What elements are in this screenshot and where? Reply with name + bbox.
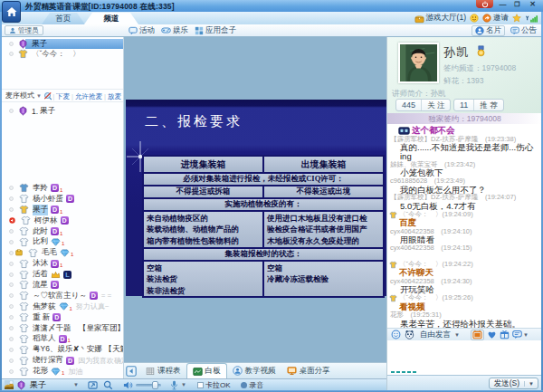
- member-name: 重 新: [33, 312, 50, 323]
- member-row[interactable]: 流星D: [2, 280, 123, 291]
- chat-mode-select[interactable]: 自由发言: [420, 330, 451, 340]
- tab-schedule[interactable]: 课程表: [140, 363, 186, 378]
- activity-button[interactable]: 活动: [129, 25, 155, 36]
- emotion-icon[interactable]: [470, 14, 479, 23]
- member-list: 李羚D1 杨小虾蛋D 果子D1 柯伊林D 此时D1 比利1 毛毛1 沐沐D1 活…: [2, 183, 123, 377]
- mic-down-link[interactable]: 下麦: [56, 92, 70, 101]
- mic-second-row[interactable]: 〈ˇ今今： 〉: [2, 49, 123, 59]
- microphone-icon[interactable]: [169, 380, 179, 390]
- chat-input[interactable]: [387, 340, 541, 375]
- tab-desktop-share[interactable]: 桌面分享: [281, 363, 336, 378]
- vest-icon: [21, 215, 31, 225]
- d-badge: D: [51, 281, 59, 289]
- message-settings-caret-icon[interactable]: ▼: [523, 332, 529, 338]
- member-row[interactable]: 花形1加油: [2, 366, 123, 377]
- quick-bar: 游戏大厅(1) 邀请: [414, 12, 538, 24]
- member-row[interactable]: 果子D1: [2, 205, 123, 215]
- card-button[interactable]: 名片: [472, 25, 505, 36]
- close-button[interactable]: ✕: [527, 0, 538, 9]
- emoticon-icon[interactable]: [391, 330, 401, 339]
- member-signature: = =: [101, 292, 112, 300]
- member-row[interactable]: 重 新D: [2, 312, 123, 323]
- member-row[interactable]: 杨小虾蛋D: [2, 194, 123, 205]
- member-row[interactable]: 稻草人D1: [2, 333, 123, 344]
- schedule-icon: [146, 367, 155, 376]
- table-cell: 空箱 冷藏冷冻运载检验: [263, 261, 384, 297]
- send-caret-icon[interactable]: ▼: [524, 381, 538, 387]
- member-row[interactable]: 粤Y6、娱乐✘丶安娜 【天籁歌手】: [2, 344, 123, 355]
- member-row[interactable]: 比利1: [2, 236, 123, 247]
- search-icon[interactable]: [103, 380, 113, 390]
- collapse-panel-icon[interactable]: [126, 366, 137, 377]
- message-settings-icon[interactable]: [512, 330, 522, 339]
- activity-label: 活动: [139, 25, 155, 36]
- video-request-button[interactable]: [471, 330, 484, 340]
- sticker-icon[interactable]: [405, 330, 414, 339]
- home-button[interactable]: [2, 1, 21, 23]
- allow-grab-mic-link[interactable]: 允许抢麦: [75, 92, 102, 101]
- recommend-button[interactable]: 11 推 荐: [453, 99, 504, 111]
- volume-thumb[interactable]: [152, 381, 158, 389]
- share-icon[interactable]: [482, 14, 491, 23]
- member-row[interactable]: 沐沐D1: [2, 258, 123, 269]
- mic-caret-icon[interactable]: ▼: [181, 382, 186, 387]
- release-mic-link[interactable]: 放麦: [108, 92, 121, 101]
- slide-title: 二、报检要求: [145, 113, 243, 130]
- maximize-button[interactable]: ❐: [511, 0, 523, 9]
- member-row[interactable]: 毛毛1: [2, 247, 123, 258]
- mic-mode-caret-icon[interactable]: ▼: [36, 93, 42, 99]
- appbox-button[interactable]: 应用盒子: [195, 25, 236, 36]
- tab-whiteboard-label: 白板: [205, 366, 221, 377]
- tab-desktop-share-label: 桌面分享: [300, 366, 330, 377]
- mic-owner-row[interactable]: 果子: [2, 39, 123, 49]
- my-avatar[interactable]: [5, 380, 14, 389]
- mic-queue-row[interactable]: 1. 果子: [2, 106, 123, 116]
- record-dot-icon[interactable]: [241, 382, 247, 388]
- card-label: 名片: [486, 25, 501, 36]
- slide: 二、报检要求 进境集装箱 出境集装箱 必须对集装箱进行报检，未经报检或CIQ许可…: [126, 100, 386, 296]
- member-row[interactable]: 李羚D1: [2, 183, 123, 194]
- exclusive-banner: 独家签约：19794008: [387, 113, 541, 124]
- speaker-icon[interactable]: [123, 380, 133, 390]
- member-row[interactable]: 活着L: [2, 269, 123, 280]
- gold-vest-icon: [389, 261, 397, 269]
- mic-mode-label[interactable]: 麦序模式: [5, 91, 34, 100]
- nickname-caret-icon[interactable]: ▼: [73, 382, 79, 387]
- mic-mode-icon[interactable]: [43, 91, 52, 100]
- favorite-star-icon[interactable]: [512, 14, 521, 23]
- voice-dot-icon: [9, 196, 14, 201]
- volume-slider[interactable]: [136, 384, 161, 387]
- minimize-button[interactable]: —: [497, 0, 509, 9]
- screenshot-icon[interactable]: [88, 380, 98, 390]
- heart-icon[interactable]: [487, 330, 497, 339]
- invite-label[interactable]: 邀请: [493, 13, 509, 24]
- follow-button[interactable]: 445 关 注: [395, 99, 451, 111]
- member-row[interactable]: 此时D1: [2, 226, 123, 237]
- teacher-avatar[interactable]: [398, 43, 439, 83]
- tab-channel[interactable]: 频道: [84, 13, 138, 24]
- member-row[interactable]: 焦梦荻1努力认真~: [2, 301, 123, 312]
- notice-button[interactable]: 公告: [509, 25, 538, 36]
- member-row[interactable]: 柯伊林D: [2, 215, 123, 226]
- admin-button[interactable]: 管理员: [5, 25, 43, 35]
- member-row[interactable]: 绕行深宵D因为我喜欢确定无疑: [2, 355, 123, 366]
- tab-home[interactable]: 首页: [42, 13, 85, 24]
- gift-icon[interactable]: [500, 330, 510, 339]
- vest-icon: [19, 367, 29, 377]
- entertainment-button[interactable]: 娱乐: [161, 25, 188, 36]
- member-row[interactable]: 潇潇〆千题 【皇家军团】1: [2, 323, 123, 334]
- tab-whiteboard[interactable]: 白板: [186, 363, 227, 378]
- chat-mode-caret-icon[interactable]: ▼: [454, 332, 460, 338]
- member-row[interactable]: ～♡软富主り～D= =: [2, 291, 123, 301]
- flowers-count: 鲜花：1393: [443, 76, 483, 87]
- vest-icon: [19, 312, 29, 322]
- whiteboard-area[interactable]: 二、报检要求 进境集装箱 出境集装箱 必须对集装箱进行报检，未经报检或CIQ许可…: [124, 37, 386, 362]
- send-button[interactable]: 发送(S) ▼: [489, 378, 538, 389]
- table-cell: 不得装运或出境: [263, 186, 384, 198]
- power-button[interactable]: [476, 0, 493, 8]
- game-hall-label[interactable]: 游戏大厅(1): [426, 13, 466, 24]
- my-nickname[interactable]: 果子: [30, 379, 46, 391]
- tab-video[interactable]: 教学视频: [227, 363, 281, 378]
- karaoke-checkbox[interactable]: [197, 382, 204, 388]
- table-cell: 空箱 装法检货 装非法检货: [143, 261, 263, 297]
